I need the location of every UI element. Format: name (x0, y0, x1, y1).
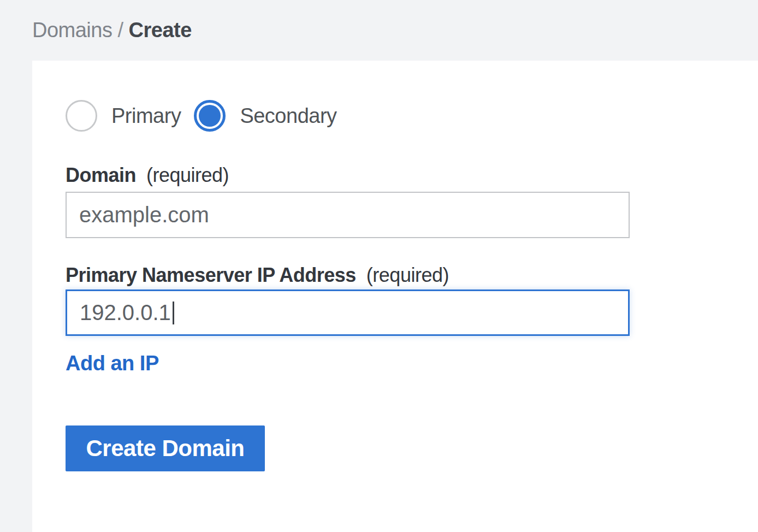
breadcrumb-domains-link[interactable]: Domains (32, 19, 112, 42)
breadcrumb-separator: / (112, 19, 128, 42)
radio-option-primary-label[interactable]: Primary (111, 104, 181, 128)
ip-field-required-text: (required) (366, 264, 449, 286)
ip-field-required-hint (361, 264, 366, 286)
create-domain-card: Primary Secondary Domain (required) Prim… (32, 61, 758, 532)
radio-option-secondary-label[interactable]: Secondary (240, 104, 336, 128)
add-ip-link[interactable]: Add an IP (66, 351, 159, 375)
create-domain-button[interactable]: Create Domain (66, 425, 265, 471)
page-title: Create (129, 19, 192, 42)
radio-option-primary[interactable]: Primary (66, 100, 181, 132)
radio-selected-icon[interactable] (194, 100, 226, 132)
page-header: Domains/Create (0, 0, 758, 61)
domain-input[interactable] (66, 192, 630, 238)
ip-field-label-text: Primary Nameserver IP Address (66, 264, 356, 286)
domain-field-label-text: Domain (66, 164, 136, 186)
radio-option-secondary[interactable]: Secondary (194, 100, 336, 132)
domain-type-radio-group: Primary Secondary (66, 100, 758, 132)
ip-field-label: Primary Nameserver IP Address (required) (66, 263, 758, 287)
primary-nameserver-ip-input[interactable]: 192.0.0.1 (66, 289, 630, 336)
domain-field-label: Domain (required) (66, 163, 758, 187)
domain-field-required-hint (141, 164, 147, 186)
ip-input-value: 192.0.0.1 (80, 300, 171, 325)
domain-field-required-text: (required) (146, 164, 229, 186)
text-caret (173, 302, 174, 324)
breadcrumb: Domains/Create (32, 19, 192, 42)
radio-unselected-icon[interactable] (66, 100, 97, 132)
